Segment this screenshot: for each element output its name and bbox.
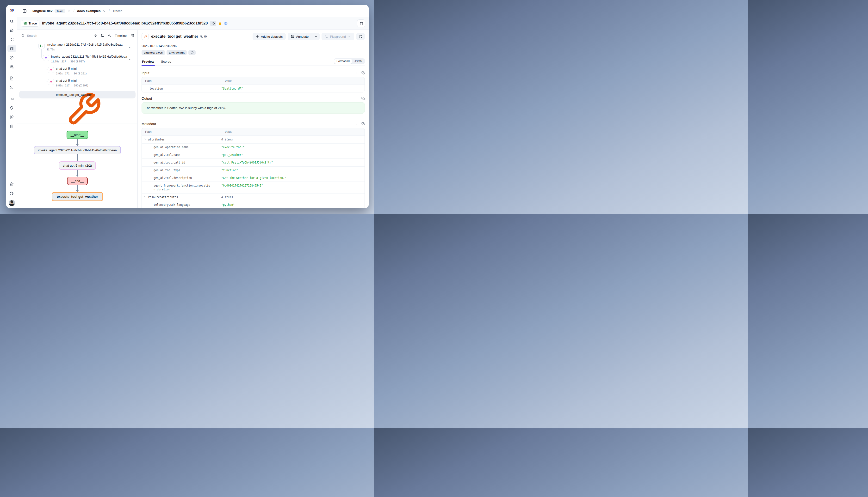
download-icon[interactable]	[107, 34, 111, 38]
nav-insights-icon[interactable]	[8, 104, 16, 112]
sidebar-toggle-icon[interactable]	[21, 8, 28, 14]
input-section-title: Input	[141, 71, 149, 75]
tab-preview[interactable]: Preview	[141, 58, 155, 66]
desktop-background: langfuse-dev Team / docs-examples / Trac…	[0, 0, 374, 214]
delete-trace-button[interactable]	[357, 19, 365, 27]
expand-section-icon[interactable]	[355, 71, 359, 75]
tree-row-trace[interactable]: invoke_agent 232de211-7fcf-45c8-b415-6af…	[17, 43, 136, 53]
org-name[interactable]: langfuse-dev	[32, 9, 52, 13]
metadata-row: gen_ai.tool.type "function"	[142, 166, 364, 174]
playground-button[interactable]: Playground	[321, 33, 354, 40]
chevron-down-icon[interactable]	[128, 58, 131, 61]
nav-playground-icon[interactable]	[8, 84, 16, 91]
public-globe-icon[interactable]	[224, 22, 228, 26]
metadata-row: attributes 6 items	[142, 136, 364, 143]
agent-robot-icon	[44, 56, 48, 59]
metadata-value: "execute_tool"	[221, 144, 364, 151]
bookmark-star-icon[interactable]	[218, 22, 222, 26]
graph-node-tool[interactable]: execute_tool get_weather	[52, 192, 103, 201]
format-formatted-option[interactable]: Formatted	[334, 59, 352, 63]
nav-evaluations-icon[interactable]	[8, 95, 16, 102]
user-avatar[interactable]	[9, 200, 15, 206]
breadcrumb-page[interactable]: Traces	[112, 9, 122, 13]
id-label: ID	[204, 35, 207, 38]
metadata-table: Path Value attributes 6 ite	[141, 128, 365, 208]
trace-tree-icon	[23, 22, 27, 25]
tree-row-generation[interactable]: chat gpt-5-mini 8.86s217 → 380 (Σ 597)	[17, 79, 136, 89]
tab-scores[interactable]: Scores	[161, 58, 171, 66]
tag-icon[interactable]	[210, 20, 216, 26]
chevron-down-icon[interactable]	[144, 196, 147, 199]
nav-dashboards-icon[interactable]	[8, 36, 16, 43]
metadata-value: "get_weather"	[221, 151, 364, 158]
metadata-section-title: Metadata	[141, 122, 156, 126]
nav-datasets-icon[interactable]	[8, 123, 16, 130]
nav-traces-icon[interactable]	[8, 45, 16, 52]
tree-toolbar: Timeline	[17, 30, 137, 41]
output-value: The weather in Seattle, WA is sunny with…	[141, 102, 365, 114]
langfuse-logo	[9, 8, 14, 13]
settings-gear-icon[interactable]	[8, 181, 16, 188]
copy-id[interactable]: ID	[201, 35, 207, 38]
collapse-panel-icon[interactable]	[130, 34, 134, 38]
nav-sessions-icon[interactable]	[8, 54, 16, 61]
nav-prompts-icon[interactable]	[8, 75, 16, 82]
graph-node-chat[interactable]: chat gpt-5-mini (2/2)	[59, 161, 96, 170]
support-lifebuoy-icon[interactable]	[8, 190, 16, 197]
metadata-value: "python"	[221, 201, 364, 208]
chevron-down-icon[interactable]	[128, 46, 131, 49]
search-icon	[21, 34, 25, 38]
metadata-path: gen_ai.tool.description	[154, 176, 192, 180]
info-icon	[191, 51, 194, 54]
metadata-path: gen_ai.operation.name	[154, 145, 189, 149]
detail-scroll-area[interactable]: Input Path Value	[141, 66, 365, 208]
metadata-row: telemetry.sdk.language "python"	[142, 201, 364, 208]
app-window: langfuse-dev Team / docs-examples / Trac…	[6, 5, 369, 208]
timeline-toggle[interactable]: Timeline	[115, 34, 127, 38]
trace-badge-label: Trace	[29, 22, 37, 25]
tree-row-generation[interactable]: chat gpt-5-mini 2.92s171 → 90 (Σ 261)	[17, 67, 136, 77]
annotate-dropdown-button[interactable]	[312, 33, 320, 40]
format-json-option[interactable]: JSON	[352, 59, 364, 63]
search-field[interactable]	[27, 34, 56, 38]
tree-row-tool-selected[interactable]: execute_tool get_weather	[19, 91, 136, 98]
collapse-all-icon[interactable]	[94, 34, 97, 38]
chevron-down-icon	[314, 35, 317, 38]
nav-users-icon[interactable]	[8, 63, 16, 70]
metadata-col-path: Path	[142, 130, 221, 133]
nav-annotations-icon[interactable]	[8, 114, 16, 121]
chevron-down-icon[interactable]	[144, 138, 147, 141]
metadata-value: 6 items	[221, 136, 364, 143]
metadata-path: gen_ai.tool.type	[154, 168, 180, 172]
observation-title: execute_tool get_weather	[151, 34, 198, 39]
project-name[interactable]: docs-examples	[77, 9, 101, 13]
observation-detail-panel: execute_tool get_weather ID Add to datas…	[138, 30, 369, 208]
breadcrumb-slash: /	[73, 9, 75, 13]
graph-edge	[76, 139, 79, 146]
nav-home-icon[interactable]	[8, 27, 16, 34]
project-chevron-down-icon[interactable]	[102, 9, 106, 13]
metadata-path: telemetry.sdk.language	[154, 203, 190, 207]
start-timestamp: 2025-10-16 14:20:36.996	[141, 44, 365, 48]
tree-settings-icon[interactable]	[100, 34, 104, 38]
info-badge[interactable]	[189, 50, 196, 55]
trace-header: Trace invoke_agent 232de211-7fcf-45c8-b4…	[17, 17, 369, 30]
graph-node-agent[interactable]: invoke_agent 232de211-7fcf-45c8-b415-6af…	[34, 146, 121, 154]
search-input[interactable]	[21, 34, 90, 38]
expand-section-icon[interactable]	[355, 122, 359, 126]
tree-row-agent[interactable]: invoke_agent 232de211-7fcf-45c8-b415-6af…	[17, 55, 136, 65]
add-to-datasets-button[interactable]: Add to datasets	[252, 33, 286, 40]
copy-icon[interactable]	[361, 97, 365, 100]
annotate-button[interactable]: Annotate	[288, 33, 312, 40]
comments-button[interactable]	[356, 33, 365, 40]
org-chevron-down-icon[interactable]	[67, 9, 71, 13]
nav-search-icon[interactable]	[8, 17, 16, 25]
graph-node-end[interactable]: __end__	[67, 177, 88, 185]
input-table: Path Value location "Seattle, WA"	[141, 77, 365, 93]
pen-square-icon	[291, 35, 294, 38]
copy-icon[interactable]	[361, 122, 365, 126]
input-col-value: Value	[221, 79, 364, 83]
graph-node-start[interactable]: __start__	[67, 131, 88, 139]
tree-connector	[46, 61, 48, 95]
copy-icon[interactable]	[361, 71, 365, 75]
